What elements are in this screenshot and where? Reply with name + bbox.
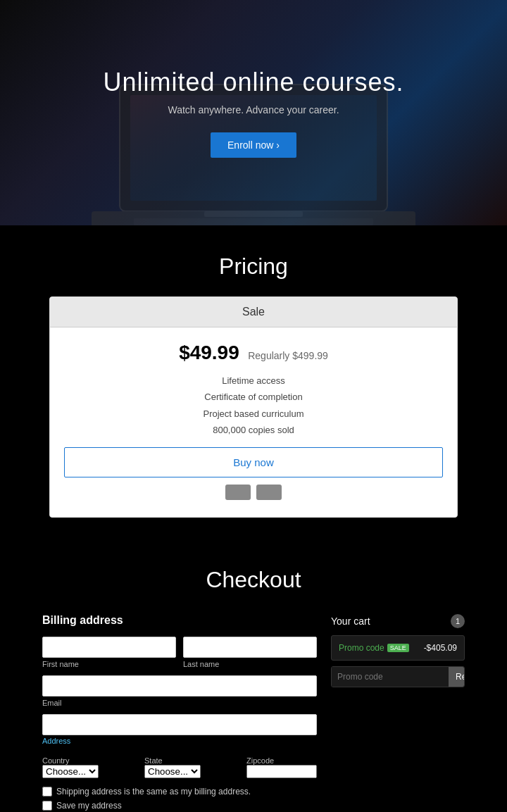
save-address-checkbox[interactable] bbox=[42, 801, 52, 811]
promo-input-row: Redeem bbox=[331, 666, 465, 687]
card-icon-1 bbox=[225, 485, 251, 500]
hero-title: Unlimited online courses. bbox=[103, 68, 403, 97]
address-label: Address bbox=[42, 737, 317, 745]
pricing-card-header: Sale bbox=[50, 297, 457, 327]
name-row: First name Last name bbox=[42, 637, 317, 668]
last-name-group: Last name bbox=[183, 637, 317, 668]
buy-now-button[interactable]: Buy now bbox=[64, 447, 443, 477]
pricing-title: Pricing bbox=[14, 254, 493, 280]
billing-title: Billing address bbox=[42, 614, 317, 627]
cart-title: Your cart bbox=[331, 616, 370, 627]
last-name-input[interactable] bbox=[183, 637, 317, 658]
price-main: $49.99 bbox=[179, 342, 239, 363]
promo-discount: -$405.09 bbox=[424, 643, 457, 653]
hero-content: Unlimited online courses. Watch anywhere… bbox=[103, 68, 403, 158]
pricing-features: Lifetime access Certificate of completio… bbox=[64, 373, 443, 439]
cart-header: Your cart 1 bbox=[331, 614, 465, 628]
checkout-section: Checkout Billing address First name Last… bbox=[0, 546, 507, 812]
feature-4: 800,000 copies sold bbox=[64, 422, 443, 438]
save-address-label: Save my address bbox=[56, 801, 122, 811]
pricing-card-body: $49.99 Regularly $499.99 Lifetime access… bbox=[50, 327, 457, 517]
last-name-label: Last name bbox=[183, 660, 317, 668]
state-label-text: State bbox=[144, 756, 239, 765]
checkout-title: Checkout bbox=[42, 567, 465, 593]
country-label-text: Country bbox=[42, 756, 137, 765]
cart-section: Your cart 1 Promo codeSALE -$405.09 Rede… bbox=[331, 614, 465, 687]
shipping-same-checkbox[interactable] bbox=[42, 787, 52, 797]
promo-row: Promo codeSALE -$405.09 bbox=[339, 643, 457, 653]
email-label: Email bbox=[42, 699, 317, 707]
hero-section: Unlimited online courses. Watch anywhere… bbox=[0, 0, 507, 225]
enroll-button[interactable]: Enroll now bbox=[211, 132, 296, 158]
shipping-same-label: Shipping address is the same as my billi… bbox=[56, 787, 251, 797]
feature-2: Certificate of completion bbox=[64, 389, 443, 405]
first-name-input[interactable] bbox=[42, 637, 176, 658]
email-input[interactable] bbox=[42, 675, 317, 697]
zip-group: Zipcode bbox=[246, 754, 317, 778]
promo-code-label: Promo codeSALE bbox=[339, 643, 409, 653]
zip-input[interactable] bbox=[246, 765, 317, 778]
save-address-checkbox-row: Save my address bbox=[42, 801, 317, 811]
checkout-layout: Billing address First name Last name Ema… bbox=[42, 614, 465, 812]
cart-promo-item: Promo codeSALE -$405.09 bbox=[331, 635, 465, 661]
pricing-card: Sale $49.99 Regularly $499.99 Lifetime a… bbox=[49, 296, 458, 518]
shipping-same-checkbox-row: Shipping address is the same as my billi… bbox=[42, 787, 317, 797]
feature-1: Lifetime access bbox=[64, 373, 443, 389]
first-name-label: First name bbox=[42, 660, 176, 668]
state-select[interactable]: Choose... bbox=[144, 765, 201, 778]
first-name-group: First name bbox=[42, 637, 176, 668]
country-state-zip-row: Country Choose... State Choose... Zipcod… bbox=[42, 754, 317, 778]
address-group: Address bbox=[42, 714, 317, 745]
price-regular: Regularly $499.99 bbox=[248, 350, 328, 361]
promo-code-input[interactable] bbox=[332, 667, 449, 687]
state-group: State Choose... bbox=[144, 754, 239, 778]
country-select[interactable]: Choose... bbox=[42, 765, 99, 778]
billing-section: Billing address First name Last name Ema… bbox=[42, 614, 317, 812]
redeem-button[interactable]: Redeem bbox=[449, 667, 465, 687]
promo-sale-badge: SALE bbox=[387, 644, 409, 652]
card-icon-2 bbox=[256, 485, 282, 500]
cart-badge: 1 bbox=[451, 614, 465, 628]
svg-rect-4 bbox=[204, 211, 303, 217]
zip-label-text: Zipcode bbox=[246, 756, 317, 765]
svg-rect-5 bbox=[134, 218, 373, 225]
address-input[interactable] bbox=[42, 714, 317, 735]
feature-3: Project based curriculum bbox=[64, 406, 443, 422]
country-group: Country Choose... bbox=[42, 754, 137, 778]
pricing-section: Pricing Sale $49.99 Regularly $499.99 Li… bbox=[0, 225, 507, 546]
email-group: Email bbox=[42, 675, 317, 707]
hero-subtitle: Watch anywhere. Advance your career. bbox=[103, 104, 403, 115]
card-icons bbox=[64, 485, 443, 503]
